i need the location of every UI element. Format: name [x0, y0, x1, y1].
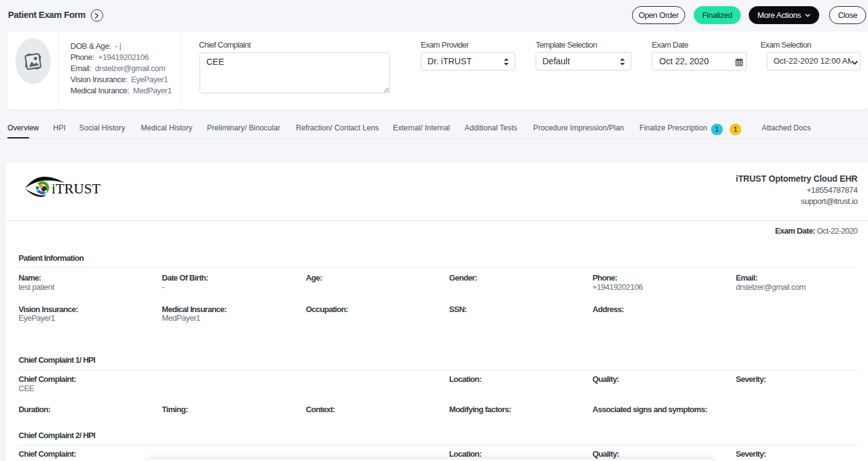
svg-text:iTRUST: iTRUST	[52, 181, 101, 197]
